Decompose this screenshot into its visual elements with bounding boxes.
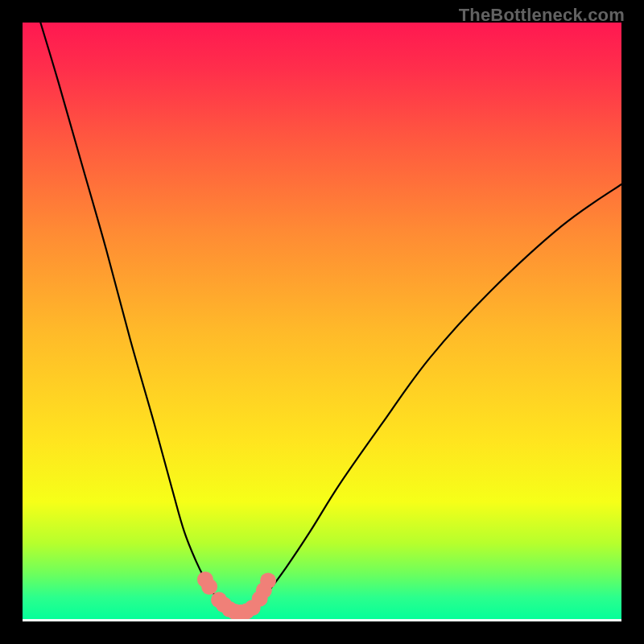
curve-right-branch — [256, 184, 621, 604]
chart-frame: TheBottleneck.com — [0, 0, 644, 644]
curve-left-branch — [40, 23, 223, 604]
emphasis-dot — [201, 579, 217, 595]
baseline — [23, 619, 621, 621]
plot-area — [23, 23, 621, 621]
emphasis-dot — [260, 572, 276, 588]
curve-layer — [23, 23, 621, 621]
emphasis-dots — [197, 572, 276, 621]
